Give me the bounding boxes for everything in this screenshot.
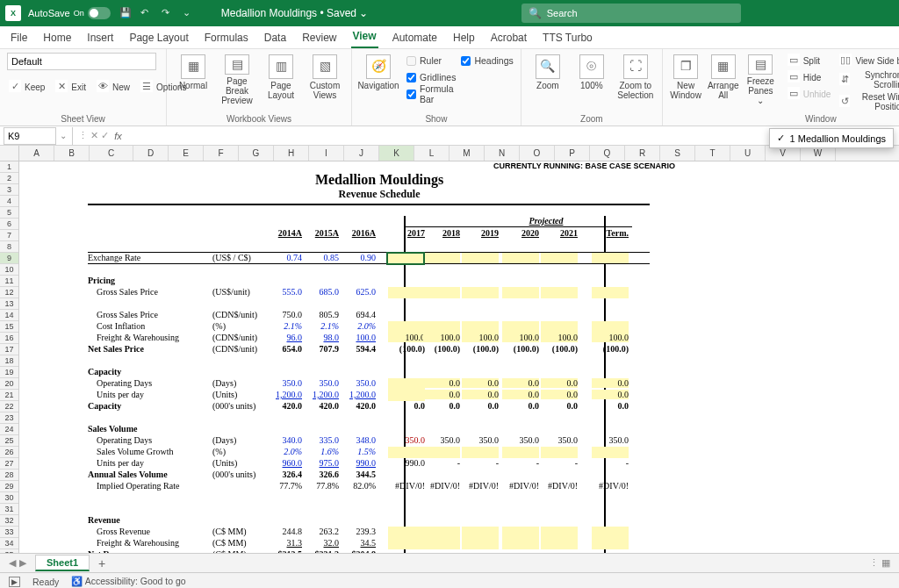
tab-home[interactable]: Home xyxy=(41,28,73,48)
row-header-34[interactable]: 34 xyxy=(0,538,18,549)
next-sheet-icon[interactable]: ▶ xyxy=(19,557,26,569)
arrange-all-button[interactable]: ▦Arrange All xyxy=(707,53,739,105)
row-header-20[interactable]: 20 xyxy=(0,378,18,390)
hide-button[interactable]: ▭Hide xyxy=(786,69,833,85)
row-header-21[interactable]: 21 xyxy=(0,390,18,401)
switch-windows-menu[interactable]: ✓ 1 Medallion Mouldings xyxy=(769,128,894,148)
tab-data[interactable]: Data xyxy=(263,28,288,48)
exit-button[interactable]: ✕Exit xyxy=(54,79,88,95)
row-headers[interactable]: 1234567891011121314151617181920212223242… xyxy=(0,161,19,553)
row-header-14[interactable]: 14 xyxy=(0,310,18,321)
col-header-I[interactable]: I xyxy=(309,146,344,161)
row-header-35[interactable]: 35 xyxy=(0,549,18,553)
tab-formulas[interactable]: Formulas xyxy=(203,28,250,48)
col-header-H[interactable]: H xyxy=(274,146,309,161)
col-header-U[interactable]: U xyxy=(730,146,766,161)
row-header-3[interactable]: 3 xyxy=(0,184,18,196)
zoom-selection-button[interactable]: ⛶Zoom to Selection xyxy=(616,53,655,105)
select-all-corner[interactable] xyxy=(0,146,19,161)
row-header-1[interactable]: 1 xyxy=(0,161,18,173)
row-header-23[interactable]: 23 xyxy=(0,412,18,424)
tab-insert[interactable]: Insert xyxy=(85,28,115,48)
col-header-M[interactable]: M xyxy=(450,146,485,161)
row-header-9[interactable]: 9 xyxy=(0,253,18,264)
col-header-Q[interactable]: Q xyxy=(590,146,625,161)
row-header-19[interactable]: 19 xyxy=(0,367,18,378)
col-header-E[interactable]: E xyxy=(169,146,204,161)
row-header-28[interactable]: 28 xyxy=(0,470,18,481)
row-header-16[interactable]: 16 xyxy=(0,333,18,344)
toggle-icon[interactable] xyxy=(88,7,111,19)
fx-icon[interactable]: fx xyxy=(114,131,122,141)
tab-help[interactable]: Help xyxy=(451,28,477,48)
tab-view[interactable]: View xyxy=(351,26,378,48)
row-header-7[interactable]: 7 xyxy=(0,230,18,241)
col-header-C[interactable]: C xyxy=(90,146,133,161)
autosave-toggle[interactable]: AutoSave On xyxy=(28,7,111,19)
ruler-checkbox[interactable]: Ruler xyxy=(406,53,456,68)
tab-file[interactable]: File xyxy=(9,28,29,48)
col-header-T[interactable]: T xyxy=(695,146,730,161)
sheet-content[interactable]: CURRENTLY RUNNING: BASE CASE SCENARIOMed… xyxy=(19,161,899,553)
new-view-button[interactable]: 👁New xyxy=(95,79,132,95)
tab-review[interactable]: Review xyxy=(300,28,338,48)
display-settings-icon[interactable]: ⋮ ▦ xyxy=(869,557,890,569)
redo-icon[interactable]: ↷ xyxy=(162,7,174,19)
col-header-J[interactable]: J xyxy=(344,146,379,161)
col-header-D[interactable]: D xyxy=(133,146,169,161)
page-layout-button[interactable]: ▥Page Layout xyxy=(262,53,300,105)
column-headers[interactable]: ABCDEFGHIJKLMNOPQRSTUVW xyxy=(0,146,899,161)
namebox-dropdown-icon[interactable]: ⌄ xyxy=(60,131,67,140)
freeze-panes-button[interactable]: ▤Freeze Panes ⌄ xyxy=(744,53,777,105)
new-window-button[interactable]: ❐New Window xyxy=(670,53,702,105)
row-header-12[interactable]: 12 xyxy=(0,287,18,298)
col-header-R[interactable]: R xyxy=(625,146,660,161)
col-header-K[interactable]: K xyxy=(379,146,414,161)
normal-view-button[interactable]: ▦Normal xyxy=(174,53,212,105)
row-header-6[interactable]: 6 xyxy=(0,219,18,230)
name-box[interactable] xyxy=(4,127,56,145)
prev-sheet-icon[interactable]: ◀ xyxy=(9,557,16,569)
row-header-15[interactable]: 15 xyxy=(0,321,18,333)
spreadsheet-grid[interactable]: ABCDEFGHIJKLMNOPQRSTUVW 1234567891011121… xyxy=(0,146,899,553)
keep-button[interactable]: ✓Keep xyxy=(7,79,47,95)
col-header-F[interactable]: F xyxy=(204,146,239,161)
zoom-100-button[interactable]: ⦾100% xyxy=(572,53,611,105)
tab-tts-turbo[interactable]: TTS Turbo xyxy=(541,28,594,48)
sheet-tab-active[interactable]: Sheet1 xyxy=(35,555,90,571)
custom-views-button[interactable]: ▧Custom Views xyxy=(306,53,344,105)
save-icon[interactable]: 💾 xyxy=(119,7,132,19)
row-header-30[interactable]: 30 xyxy=(0,492,18,504)
row-header-10[interactable]: 10 xyxy=(0,264,18,276)
row-header-33[interactable]: 33 xyxy=(0,527,18,538)
menu-item-window[interactable]: 1 Medallion Mouldings xyxy=(790,133,886,144)
col-header-P[interactable]: P xyxy=(555,146,590,161)
col-header-N[interactable]: N xyxy=(485,146,520,161)
row-header-22[interactable]: 22 xyxy=(0,401,18,412)
row-header-26[interactable]: 26 xyxy=(0,447,18,458)
row-header-24[interactable]: 24 xyxy=(0,424,18,435)
row-header-29[interactable]: 29 xyxy=(0,481,18,492)
navigation-button[interactable]: 🧭Navigation xyxy=(359,53,398,105)
tab-automate[interactable]: Automate xyxy=(391,28,439,48)
row-header-13[interactable]: 13 xyxy=(0,298,18,310)
zoom-button[interactable]: 🔍Zoom xyxy=(529,53,567,105)
new-sheet-button[interactable]: + xyxy=(98,556,105,570)
col-header-O[interactable]: O xyxy=(520,146,555,161)
tab-acrobat[interactable]: Acrobat xyxy=(489,28,529,48)
col-header-L[interactable]: L xyxy=(414,146,450,161)
col-header-A[interactable]: A xyxy=(19,146,54,161)
accessibility-status[interactable]: ♿ Accessibility: Good to go xyxy=(71,576,185,587)
col-header-S[interactable]: S xyxy=(660,146,695,161)
row-header-32[interactable]: 32 xyxy=(0,515,18,527)
document-title[interactable]: Medallion Mouldings • Saved ⌄ xyxy=(221,7,369,19)
headings-checkbox[interactable]: Headings xyxy=(461,53,513,68)
row-header-17[interactable]: 17 xyxy=(0,344,18,355)
tab-page-layout[interactable]: Page Layout xyxy=(127,28,190,48)
formula-bar-checkbox[interactable]: Formula Bar xyxy=(406,86,456,102)
sheet-view-select[interactable] xyxy=(7,53,156,70)
search-box[interactable]: 🔍 Search xyxy=(521,4,741,23)
row-header-8[interactable]: 8 xyxy=(0,241,18,253)
row-header-4[interactable]: 4 xyxy=(0,196,18,207)
qat-dropdown-icon[interactable]: ⌄ xyxy=(183,7,195,19)
